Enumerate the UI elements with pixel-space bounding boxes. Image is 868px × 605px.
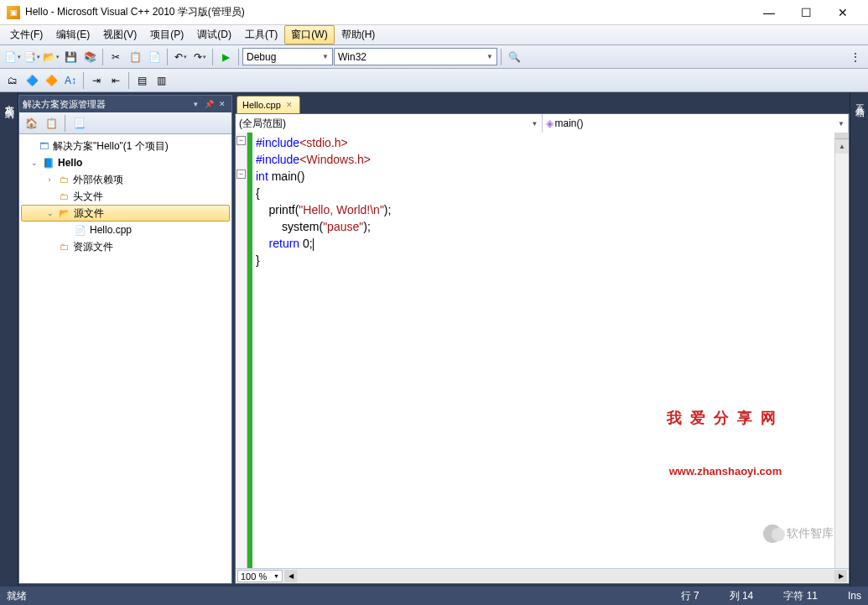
folder-icon: 🗀 bbox=[57, 190, 70, 203]
minimize-button[interactable]: — bbox=[751, 1, 787, 24]
menu-view[interactable]: 视图(V) bbox=[96, 25, 143, 44]
menu-file[interactable]: 文件(F) bbox=[3, 25, 49, 44]
copy-button[interactable]: 📋 bbox=[126, 48, 144, 66]
main-container: 文档大纲 解决方案资源管理器 ▾ 📌 ✕ 🏠 📋 📃 🗔解决方案"Hello"(… bbox=[0, 92, 868, 587]
menu-debug[interactable]: 调试(D) bbox=[190, 25, 238, 44]
class-view-button[interactable]: 🗂 bbox=[3, 71, 22, 90]
code-area[interactable]: − − #include<stdio.h> #include<Windows.h… bbox=[236, 133, 849, 568]
maximize-button[interactable]: ☐ bbox=[787, 1, 824, 24]
project-icon: 📘 bbox=[42, 156, 55, 170]
tree-solution-root[interactable]: 🗔解决方案"Hello"(1 个项目) bbox=[21, 138, 230, 154]
editor-body: (全局范围)▼ ◈main()▼ − − #include<stdio.h> #… bbox=[235, 113, 850, 584]
outdent-button[interactable]: ⇤ bbox=[107, 71, 125, 90]
panel-dropdown-icon[interactable]: ▾ bbox=[190, 98, 201, 110]
add-item-button[interactable]: 📑 bbox=[23, 48, 41, 66]
toolbox-strip[interactable]: 工具箱 bbox=[850, 92, 868, 587]
menu-tools[interactable]: 工具(T) bbox=[238, 25, 284, 44]
menu-window[interactable]: 窗口(W) bbox=[284, 25, 334, 44]
find-button[interactable]: 🔍 bbox=[505, 48, 523, 66]
horizontal-scrollbar[interactable]: ◀ ▶ bbox=[284, 570, 847, 582]
tree-sources[interactable]: ⌄📂源文件 bbox=[21, 205, 230, 222]
tree-source-file[interactable]: 📄Hello.cpp bbox=[21, 222, 230, 238]
properties-button[interactable]: 🏠 bbox=[22, 114, 40, 133]
tree-label: Hello.cpp bbox=[90, 224, 132, 236]
tree-label: 外部依赖项 bbox=[73, 173, 123, 187]
new-project-button[interactable]: 📄 bbox=[3, 48, 22, 66]
menu-project[interactable]: 项目(P) bbox=[143, 25, 190, 44]
menu-help[interactable]: 帮助(H) bbox=[335, 25, 382, 44]
cpp-file-icon: 📄 bbox=[74, 223, 87, 237]
separator bbox=[212, 49, 213, 65]
member-button[interactable]: 🔶 bbox=[42, 71, 60, 90]
tab-close-icon[interactable]: ✕ bbox=[284, 100, 294, 110]
paste-button[interactable]: 📄 bbox=[145, 48, 164, 66]
toolbar-options-button[interactable]: ⋮ bbox=[846, 48, 865, 66]
separator bbox=[501, 49, 502, 65]
folder-icon: 🗀 bbox=[57, 173, 70, 186]
menu-edit[interactable]: 编辑(E) bbox=[49, 25, 96, 44]
save-button[interactable]: 💾 bbox=[61, 48, 80, 66]
tab-hello-cpp[interactable]: Hello.cpp ✕ bbox=[236, 96, 300, 113]
platform-combo[interactable]: Win32▼ bbox=[334, 48, 497, 65]
panel-title: 解决方案资源管理器 bbox=[23, 98, 188, 111]
panel-pin-icon[interactable]: 📌 bbox=[203, 98, 215, 110]
status-bar: 就绪 行 7 列 14 字符 11 Ins bbox=[0, 587, 868, 605]
zoom-combo[interactable]: 100 %▼ bbox=[237, 570, 283, 582]
solution-explorer-panel: 解决方案资源管理器 ▾ 📌 ✕ 🏠 📋 📃 🗔解决方案"Hello"(1 个项目… bbox=[18, 95, 232, 584]
comment-button[interactable]: ▤ bbox=[133, 71, 151, 90]
scope-right-combo[interactable]: ◈main()▼ bbox=[543, 114, 850, 133]
folder-open-icon: 📂 bbox=[58, 206, 71, 220]
scope-left-value: (全局范围) bbox=[239, 117, 286, 131]
fold-icon[interactable]: − bbox=[236, 136, 246, 145]
scope-right-value: main() bbox=[555, 117, 584, 129]
separator bbox=[102, 49, 103, 65]
close-button[interactable]: ✕ bbox=[824, 1, 861, 24]
expand-icon[interactable]: ⌄ bbox=[45, 209, 55, 217]
scope-left-combo[interactable]: (全局范围)▼ bbox=[236, 114, 543, 133]
tree-project[interactable]: ⌄📘Hello bbox=[21, 154, 230, 171]
cut-button[interactable]: ✂ bbox=[107, 48, 125, 66]
app-icon: ▣ bbox=[7, 6, 20, 19]
scroll-right-icon[interactable]: ▶ bbox=[834, 570, 847, 582]
tree-resources[interactable]: 🗀资源文件 bbox=[21, 238, 230, 255]
editor-area: Hello.cpp ✕ (全局范围)▼ ◈main()▼ − − #includ… bbox=[235, 95, 850, 584]
editor-tabs: Hello.cpp ✕ bbox=[235, 95, 850, 113]
scroll-left-icon[interactable]: ◀ bbox=[284, 570, 297, 582]
indent-button[interactable]: ⇥ bbox=[87, 71, 106, 90]
uncomment-button[interactable]: ▥ bbox=[152, 71, 170, 90]
separator bbox=[83, 72, 84, 89]
watermark-line1: 我爱分享网 bbox=[667, 409, 784, 426]
open-button[interactable]: 📂 bbox=[42, 48, 60, 66]
view-code-button[interactable]: 📃 bbox=[70, 114, 88, 133]
config-combo[interactable]: Debug▼ bbox=[242, 48, 333, 65]
show-all-button[interactable]: 📋 bbox=[42, 114, 60, 133]
panel-toolbar: 🏠 📋 📃 bbox=[19, 112, 231, 134]
splitter-handle[interactable] bbox=[835, 133, 849, 139]
config-value: Debug bbox=[247, 51, 276, 63]
code-text[interactable]: #include<stdio.h> #include<Windows.h> in… bbox=[252, 133, 834, 568]
vertical-scrollbar[interactable]: ▲ bbox=[834, 133, 849, 568]
redo-button[interactable]: ↷ bbox=[190, 48, 209, 66]
expand-icon[interactable]: › bbox=[44, 175, 55, 184]
separator bbox=[128, 72, 129, 89]
save-all-button[interactable]: 📚 bbox=[81, 48, 99, 66]
tree-label: 头文件 bbox=[73, 190, 103, 204]
scroll-up-icon[interactable]: ▲ bbox=[835, 139, 849, 154]
status-ins: Ins bbox=[848, 590, 861, 602]
menu-bar: 文件(F) 编辑(E) 视图(V) 项目(P) 调试(D) 工具(T) 窗口(W… bbox=[0, 25, 868, 45]
scope-bar: (全局范围)▼ ◈main()▼ bbox=[236, 114, 849, 133]
tree-label: 源文件 bbox=[74, 206, 104, 221]
start-debug-button[interactable]: ▶ bbox=[216, 48, 235, 66]
expand-icon[interactable]: ⌄ bbox=[29, 159, 39, 167]
undo-button[interactable]: ↶ bbox=[171, 48, 190, 66]
doc-outline-strip[interactable]: 文档大纲 bbox=[0, 92, 18, 587]
tree-external-deps[interactable]: ›🗀外部依赖项 bbox=[21, 171, 230, 188]
outline-margin[interactable]: − − bbox=[236, 133, 247, 568]
panel-close-icon[interactable]: ✕ bbox=[216, 98, 228, 110]
fold-icon[interactable]: − bbox=[236, 170, 246, 179]
method-icon: ◈ bbox=[546, 117, 554, 129]
nav-button[interactable]: A↕ bbox=[61, 71, 80, 90]
object-button[interactable]: 🔷 bbox=[23, 71, 41, 90]
toolbar-main: 📄 📑 📂 💾 📚 ✂ 📋 📄 ↶ ↷ ▶ Debug▼ Win32▼ 🔍 ⋮ bbox=[0, 45, 868, 69]
tree-headers[interactable]: 🗀头文件 bbox=[21, 188, 230, 205]
